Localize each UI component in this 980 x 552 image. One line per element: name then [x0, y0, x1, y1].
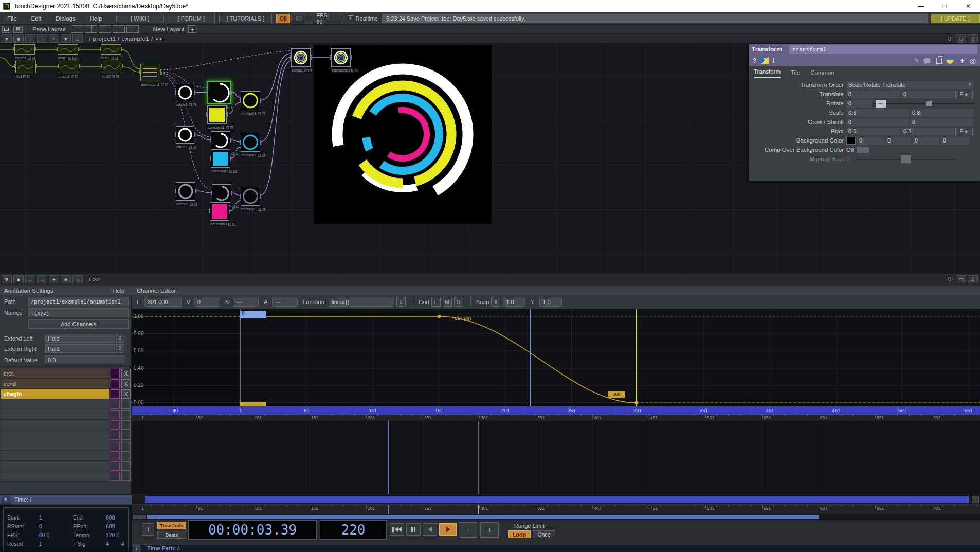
param-field[interactable]: 0.8 — [846, 109, 909, 117]
output-connector[interactable] — [231, 191, 232, 195]
help-icon[interactable]: ? — [753, 57, 756, 64]
accel-field[interactable]: --- — [272, 298, 298, 307]
help-link[interactable]: Help — [113, 288, 124, 294]
names-field[interactable]: t[xyz] — [28, 308, 129, 317]
input-connector[interactable] — [240, 194, 241, 199]
param-field[interactable]: 0 — [857, 137, 884, 145]
node-flag-icon[interactable] — [68, 57, 71, 60]
tab-common[interactable]: Common — [810, 69, 834, 78]
output-connector[interactable] — [230, 156, 231, 161]
node-flag-icon[interactable] — [112, 75, 115, 78]
node-flag-icon[interactable] — [23, 75, 26, 78]
output-connector[interactable] — [260, 140, 261, 145]
add-channels-button[interactable]: Add Channels — [28, 319, 129, 329]
collapse-icon[interactable]: ▼ — [2, 34, 12, 43]
split-pane-icon[interactable]: ⇩ — [968, 34, 978, 43]
current-frame-line-track[interactable] — [388, 421, 389, 494]
node-flag-icon[interactable] — [235, 152, 238, 155]
node-flag-icon[interactable] — [226, 126, 229, 129]
param-field[interactable]: 0 — [846, 118, 909, 126]
slope-field[interactable]: --- — [233, 298, 259, 307]
play-reverse-button[interactable] — [423, 523, 437, 536]
split-pane-icon[interactable]: ⇩ — [968, 275, 978, 283]
output-connector[interactable] — [350, 55, 352, 60]
collapse-icon[interactable]: ▼ — [2, 275, 12, 283]
channel-color-swatch[interactable] — [111, 400, 120, 409]
target-icon[interactable]: ◎ — [970, 57, 976, 65]
node-flag-icon[interactable] — [28, 57, 31, 60]
path-field[interactable]: /project1/example1/animation1 — [28, 297, 129, 306]
snap-y-field[interactable]: 1.0 — [539, 298, 562, 307]
node-circle1[interactable] — [176, 84, 194, 101]
node-flag-icon[interactable] — [231, 152, 234, 155]
node-multiply3[interactable] — [241, 187, 260, 206]
channel-color-swatch[interactable] — [111, 451, 120, 460]
rstart-value[interactable]: 0 — [39, 523, 42, 529]
channel-row-empty[interactable] — [1, 451, 109, 461]
node-flag-icon[interactable] — [32, 57, 35, 60]
extend-right-dropdown-icon[interactable]: ⇩ — [116, 344, 124, 353]
channel-row-empty[interactable] — [1, 420, 109, 430]
slider-handle[interactable]: — — [876, 100, 886, 108]
channel-color-swatch[interactable] — [111, 369, 120, 378]
selected-key-frame-box[interactable]: 0 — [240, 311, 266, 318]
tab-transform[interactable]: Transform — [754, 68, 781, 78]
python-mode-icon[interactable] — [947, 57, 953, 64]
fps-value[interactable]: 60.0 — [39, 532, 49, 538]
rend-value[interactable]: 600 — [106, 523, 115, 529]
channel-row-crot[interactable]: crot — [1, 368, 109, 379]
time-component-bar[interactable]: ▼ Time: / — [0, 495, 132, 504]
timeline-range-bar[interactable] — [147, 515, 819, 519]
current-frame-marker[interactable] — [388, 505, 389, 514]
channel-delete-button-empty[interactable] — [121, 441, 131, 450]
home-icon[interactable]: ⌂ — [72, 34, 83, 43]
output-connector[interactable] — [78, 47, 79, 51]
pause-button[interactable] — [406, 523, 421, 536]
bottom-breadcrumb[interactable]: / >> — [89, 276, 100, 282]
node-flag-icon[interactable] — [161, 83, 164, 86]
node-flag-icon[interactable] — [115, 57, 118, 60]
tempo-value[interactable]: 120.0 — [106, 532, 119, 538]
input-connector[interactable] — [209, 209, 210, 213]
channel-delete-button-empty[interactable] — [121, 472, 131, 481]
tsig-value-1[interactable]: 4 — [106, 541, 109, 547]
input-connector[interactable] — [206, 112, 208, 117]
input-connector[interactable] — [290, 55, 292, 60]
channel-color-swatch[interactable] — [111, 420, 120, 430]
input-connector[interactable] — [210, 138, 211, 143]
wiki-button[interactable]: [ WIKI ] — [116, 14, 164, 23]
grid-l-button[interactable]: L — [431, 298, 441, 307]
maximize-pane-icon[interactable]: □ — [956, 34, 966, 43]
pencil-icon[interactable]: ✎ — [914, 57, 919, 64]
input-connector[interactable] — [207, 91, 208, 95]
tsig-value-2[interactable]: 4 — [121, 541, 124, 547]
node-flag-icon[interactable] — [232, 223, 235, 226]
output-connector[interactable] — [160, 70, 161, 74]
value-field[interactable]: 0 — [194, 298, 220, 307]
node-cache1[interactable] — [176, 182, 195, 201]
channel-row-empty[interactable] — [1, 409, 109, 420]
param-field[interactable]: 0 — [941, 137, 969, 145]
timeline-ruler-upper[interactable]: 1511011512012513013514014515015516016517… — [132, 415, 980, 421]
node-flag-icon[interactable] — [27, 75, 30, 78]
param-f-button[interactable]: F▶ — [955, 91, 973, 98]
param-field[interactable]: 0.5 — [846, 128, 900, 135]
input-connector[interactable] — [14, 64, 16, 68]
current-frame-line-graph[interactable] — [530, 309, 531, 421]
node-flag-icon[interactable] — [258, 154, 261, 157]
timecode-mode-button[interactable]: TimeCode — [157, 522, 186, 529]
oi-toggle[interactable]: O|I — [276, 14, 290, 23]
graph-scrollbar-thumb[interactable] — [145, 496, 969, 503]
node-flag-icon[interactable] — [165, 83, 168, 86]
menu-dialogs[interactable]: Dialogs — [48, 15, 82, 22]
node-flag-icon[interactable] — [116, 75, 119, 78]
maximize-pane-icon[interactable]: □ — [956, 275, 966, 283]
channel-color-swatch[interactable] — [111, 441, 120, 450]
start-value[interactable]: 1 — [39, 514, 42, 521]
input-connector[interactable] — [101, 64, 102, 68]
loop-button[interactable]: Loop — [508, 530, 531, 538]
tutorials-button[interactable]: [ TUTORIALS ] — [219, 14, 273, 23]
frame-field[interactable]: 301.000 — [144, 298, 182, 307]
node-flag-icon[interactable] — [72, 57, 76, 60]
channel-delete-button-empty[interactable] — [121, 410, 131, 419]
